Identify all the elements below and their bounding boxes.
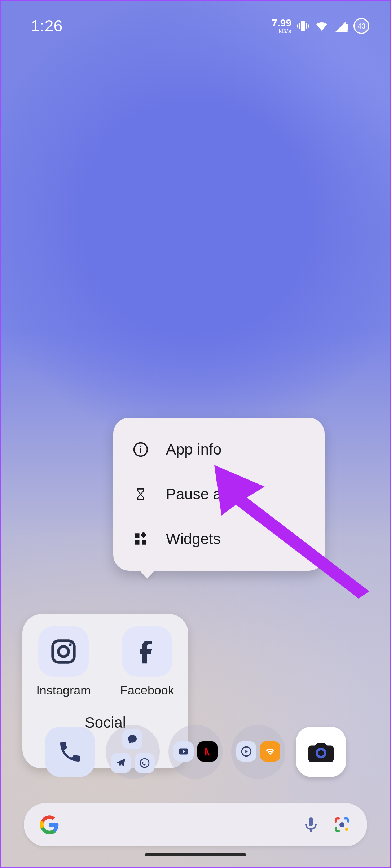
network-speed: 7.99 kB/s: [272, 18, 292, 34]
messaging-folder[interactable]: [106, 725, 160, 779]
info-icon: [132, 442, 149, 457]
menu-item-label: Pause app: [166, 486, 238, 503]
video-folder[interactable]: [168, 725, 223, 779]
svg-point-26: [345, 828, 348, 831]
chat-icon: [122, 729, 142, 749]
lens-button[interactable]: [333, 815, 351, 834]
instagram-icon: [38, 626, 89, 677]
status-time: 1:26: [31, 17, 63, 35]
svg-point-17: [69, 643, 72, 646]
microphone-icon: [302, 816, 320, 833]
svg-rect-4: [308, 25, 309, 28]
svg-point-22: [318, 750, 324, 756]
svg-rect-23: [309, 817, 313, 826]
svg-point-16: [58, 646, 69, 657]
whatsapp-icon: [135, 753, 155, 773]
app-context-menu: App info Pause app Widgets: [113, 418, 325, 571]
widgets-icon: [132, 531, 149, 547]
svg-rect-13: [140, 532, 146, 538]
google-search-bar[interactable]: [24, 803, 367, 846]
netflix-icon: [197, 741, 218, 762]
status-indicators: 7.99 kB/s 43: [272, 18, 370, 34]
app-label: Instagram: [36, 683, 91, 697]
instagram-app[interactable]: Instagram: [29, 626, 98, 697]
svg-rect-1: [299, 23, 300, 29]
facebook-icon: [122, 626, 172, 677]
svg-rect-10: [135, 533, 139, 538]
phone-icon: [57, 739, 83, 765]
hourglass-icon: [132, 486, 149, 502]
navigation-handle[interactable]: [145, 853, 246, 856]
svg-rect-2: [306, 23, 307, 29]
youtube-music-icon: [236, 741, 256, 762]
svg-rect-12: [142, 540, 146, 545]
cellular-signal-icon: [334, 19, 348, 33]
menu-item-label: App info: [166, 441, 221, 458]
app-label: Facebook: [120, 683, 174, 697]
menu-item-pause-app[interactable]: Pause app: [113, 472, 325, 517]
svg-rect-3: [297, 25, 298, 28]
camera-app[interactable]: [296, 727, 346, 777]
voice-search-button[interactable]: [302, 816, 320, 833]
menu-item-label: Widgets: [166, 530, 221, 548]
camera-icon: [306, 737, 336, 767]
vibrate-icon: [296, 19, 309, 32]
svg-point-25: [339, 822, 344, 827]
dock: [1, 724, 390, 779]
youtube-icon: [173, 741, 194, 762]
google-logo-icon: [40, 815, 59, 834]
facebook-app[interactable]: Facebook: [113, 626, 181, 697]
svg-point-9: [140, 446, 141, 447]
telegram-icon: [111, 753, 131, 773]
wifi-icon: [315, 19, 329, 33]
battery-icon: 43: [353, 18, 369, 34]
svg-point-6: [346, 30, 348, 32]
menu-item-widgets[interactable]: Widgets: [113, 517, 325, 561]
svg-rect-11: [135, 540, 139, 545]
menu-item-app-info[interactable]: App info: [113, 427, 325, 472]
svg-point-18: [140, 759, 149, 767]
phone-app[interactable]: [45, 727, 95, 777]
google-lens-icon: [333, 815, 351, 834]
status-bar: 1:26 7.99 kB/s 43: [1, 13, 390, 39]
media-folder[interactable]: [231, 725, 285, 779]
svg-rect-0: [301, 21, 305, 31]
svg-rect-5: [346, 24, 348, 30]
audible-icon: [260, 741, 280, 762]
